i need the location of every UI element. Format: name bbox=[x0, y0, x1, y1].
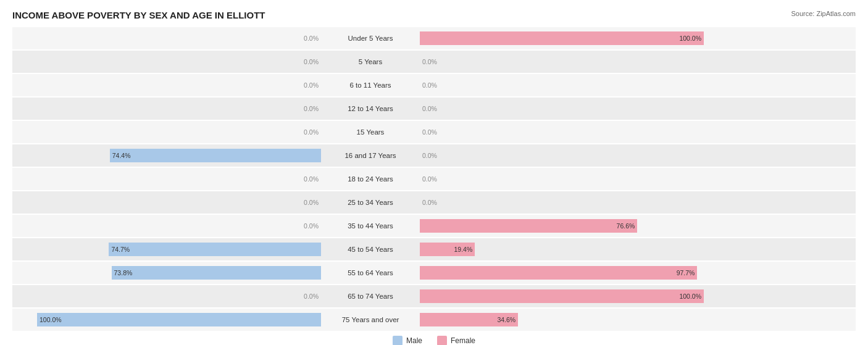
right-bar-area: 0.0% bbox=[420, 51, 728, 73]
right-bar-area: 0.0% bbox=[420, 74, 728, 96]
bar-female: 76.6% bbox=[420, 219, 637, 233]
row-label: 55 to 64 Years bbox=[321, 269, 420, 276]
chart-row: 0.0% 6 to 11 Years 0.0% bbox=[12, 74, 856, 96]
male-zero: 0.0% bbox=[304, 35, 319, 42]
left-bar-area: 0.0% bbox=[12, 215, 321, 237]
male-zero: 0.0% bbox=[304, 81, 319, 89]
bar-male: 74.7% bbox=[109, 243, 321, 256]
right-bar-area: 97.7% bbox=[420, 262, 728, 284]
female-value: 100.0% bbox=[679, 35, 704, 42]
row-label: 15 Years bbox=[321, 128, 420, 136]
bar-female: 34.6% bbox=[420, 313, 518, 326]
row-label: 12 to 14 Years bbox=[321, 105, 420, 112]
female-zero: 0.0% bbox=[422, 199, 437, 206]
left-bar-area: 100.0% bbox=[12, 309, 321, 331]
male-zero: 0.0% bbox=[304, 128, 319, 136]
female-value: 76.6% bbox=[617, 222, 638, 230]
row-label: 45 to 54 Years bbox=[321, 246, 420, 253]
female-zero: 0.0% bbox=[422, 128, 437, 136]
male-value: 73.8% bbox=[112, 269, 133, 276]
chart-row: 0.0% 65 to 74 Years 100.0% bbox=[12, 285, 856, 307]
chart-row: 0.0% 5 Years 0.0% bbox=[12, 51, 856, 73]
bar-female: 100.0% bbox=[420, 289, 704, 303]
female-zero: 0.0% bbox=[422, 58, 437, 65]
female-value: 97.7% bbox=[677, 269, 698, 276]
bar-female: 19.4% bbox=[420, 243, 475, 256]
male-value: 74.7% bbox=[109, 246, 130, 253]
male-zero: 0.0% bbox=[304, 293, 319, 300]
right-bar-area: 34.6% bbox=[420, 309, 728, 331]
left-bar-area: 0.0% bbox=[12, 27, 321, 49]
chart-title: INCOME ABOVE POVERTY BY SEX AND AGE IN E… bbox=[12, 10, 265, 20]
left-bar-area: 0.0% bbox=[12, 74, 321, 96]
female-legend-box bbox=[437, 336, 447, 345]
right-bar-area: 100.0% bbox=[420, 27, 728, 49]
male-legend-label: Male bbox=[406, 336, 422, 345]
legend-female: Female bbox=[437, 336, 475, 345]
male-zero: 0.0% bbox=[304, 222, 319, 230]
left-bar-area: 74.4% bbox=[12, 144, 321, 167]
left-bar-area: 0.0% bbox=[12, 98, 321, 120]
female-zero: 0.0% bbox=[422, 175, 437, 183]
chart-row: 0.0% 12 to 14 Years 0.0% bbox=[12, 98, 856, 120]
chart-legend: Male Female bbox=[12, 336, 856, 345]
source-label: Source: ZipAtlas.com bbox=[791, 10, 856, 17]
right-bar-area: 19.4% bbox=[420, 238, 728, 260]
right-bar-area: 0.0% bbox=[420, 168, 728, 190]
bar-female: 100.0% bbox=[420, 31, 704, 45]
right-bar-area: 0.0% bbox=[420, 191, 728, 214]
female-zero: 0.0% bbox=[422, 152, 437, 159]
chart-row: 0.0% Under 5 Years 100.0% bbox=[12, 27, 856, 49]
female-value: 100.0% bbox=[679, 293, 704, 300]
row-label: 18 to 24 Years bbox=[321, 175, 420, 183]
left-bar-area: 0.0% bbox=[12, 51, 321, 73]
row-label: 75 Years and over bbox=[321, 316, 420, 323]
male-zero: 0.0% bbox=[304, 175, 319, 183]
bar-female: 97.7% bbox=[420, 266, 697, 280]
right-bar-area: 100.0% bbox=[420, 285, 728, 307]
chart-row: 100.0% 75 Years and over 34.6% bbox=[12, 309, 856, 331]
row-label: 5 Years bbox=[321, 58, 420, 65]
chart-area: 0.0% Under 5 Years 100.0% 0.0% 5 Years 0… bbox=[12, 27, 856, 331]
chart-header: INCOME ABOVE POVERTY BY SEX AND AGE IN E… bbox=[12, 10, 856, 23]
female-zero: 0.0% bbox=[422, 81, 437, 89]
left-bar-area: 0.0% bbox=[12, 285, 321, 307]
legend-male: Male bbox=[393, 336, 422, 345]
chart-row: 74.7% 45 to 54 Years 19.4% bbox=[12, 238, 856, 260]
female-zero: 0.0% bbox=[422, 105, 437, 112]
right-bar-area: 76.6% bbox=[420, 215, 728, 237]
row-label: 35 to 44 Years bbox=[321, 222, 420, 230]
bar-male: 73.8% bbox=[112, 266, 321, 280]
bar-male: 74.4% bbox=[110, 149, 321, 162]
chart-row: 0.0% 35 to 44 Years 76.6% bbox=[12, 215, 856, 237]
left-bar-area: 0.0% bbox=[12, 191, 321, 214]
left-bar-area: 74.7% bbox=[12, 238, 321, 260]
right-bar-area: 0.0% bbox=[420, 144, 728, 167]
chart-row: 0.0% 25 to 34 Years 0.0% bbox=[12, 191, 856, 214]
row-label: 6 to 11 Years bbox=[321, 81, 420, 89]
chart-row: 0.0% 15 Years 0.0% bbox=[12, 121, 856, 143]
right-bar-area: 0.0% bbox=[420, 98, 728, 120]
male-value: 74.4% bbox=[110, 152, 131, 159]
female-value: 34.6% bbox=[497, 316, 518, 323]
right-bar-area: 0.0% bbox=[420, 121, 728, 143]
row-label: 65 to 74 Years bbox=[321, 293, 420, 300]
female-legend-label: Female bbox=[451, 336, 475, 345]
male-zero: 0.0% bbox=[304, 105, 319, 112]
male-legend-box bbox=[393, 336, 403, 345]
row-label: 16 and 17 Years bbox=[321, 152, 420, 159]
male-value: 100.0% bbox=[37, 316, 62, 323]
chart-row: 73.8% 55 to 64 Years 97.7% bbox=[12, 262, 856, 284]
left-bar-area: 73.8% bbox=[12, 262, 321, 284]
left-bar-area: 0.0% bbox=[12, 168, 321, 190]
female-value: 19.4% bbox=[454, 246, 475, 253]
left-bar-area: 0.0% bbox=[12, 121, 321, 143]
row-label: Under 5 Years bbox=[321, 35, 420, 42]
bar-male: 100.0% bbox=[37, 313, 321, 326]
male-zero: 0.0% bbox=[304, 58, 319, 65]
row-label: 25 to 34 Years bbox=[321, 199, 420, 206]
chart-row: 0.0% 18 to 24 Years 0.0% bbox=[12, 168, 856, 190]
male-zero: 0.0% bbox=[304, 199, 319, 206]
chart-row: 74.4% 16 and 17 Years 0.0% bbox=[12, 144, 856, 167]
